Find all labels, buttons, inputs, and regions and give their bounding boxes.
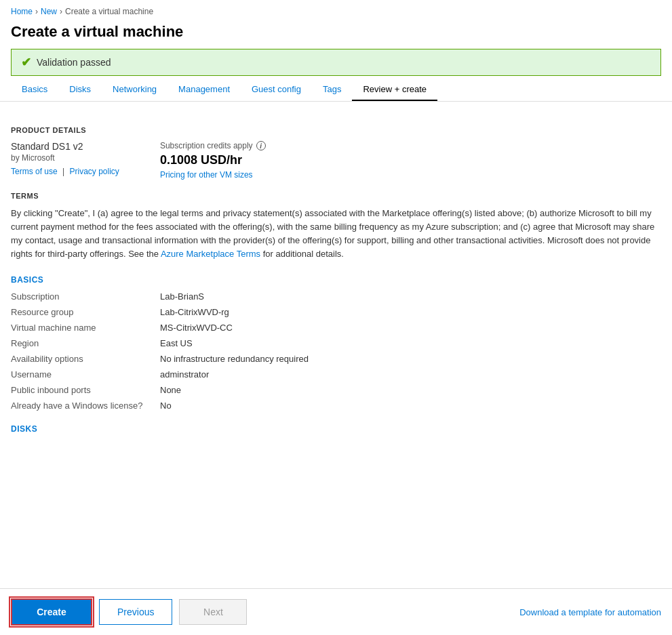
product-links: Terms of use | Privacy policy [11, 167, 119, 176]
vm-name-label: Virtual machine name [11, 323, 160, 333]
subscription-credits-label: Subscription credits apply i [160, 141, 266, 150]
tab-disks[interactable]: Disks [58, 77, 102, 101]
basics-grid: Subscription Lab-BrianS Resource group L… [11, 291, 661, 411]
price-value: 0.1008 USD/hr [160, 153, 266, 167]
terms-text: By clicking "Create", I (a) agree to the… [11, 207, 661, 262]
product-info: Standard DS1 v2 by Microsoft Terms of us… [11, 141, 119, 176]
windows-license-label: Already have a Windows license? [11, 401, 160, 411]
subscription-value: Lab-BrianS [160, 291, 661, 302]
breadcrumb-current: Create a virtual machine [65, 7, 153, 16]
tabs-bar: Basics Disks Networking Management Guest… [0, 77, 672, 102]
info-icon: i [256, 141, 266, 150]
windows-license-value: No [160, 401, 661, 411]
product-row: Standard DS1 v2 by Microsoft Terms of us… [11, 141, 661, 180]
region-label: Region [11, 338, 160, 348]
tab-management[interactable]: Management [167, 77, 241, 101]
download-template-link[interactable]: Download a template for automation [519, 607, 661, 617]
resource-group-value: Lab-CitrixWVD-rg [160, 307, 661, 317]
tab-basics[interactable]: Basics [11, 77, 58, 101]
terms-text-part2: for additional details. [263, 249, 344, 259]
privacy-policy-link[interactable]: Privacy policy [70, 167, 119, 176]
disks-section-header[interactable]: DISKS [11, 424, 661, 434]
tab-review-create[interactable]: Review + create [352, 77, 437, 101]
validation-banner: ✔ Validation passed [11, 49, 661, 76]
product-by: by Microsoft [11, 153, 119, 163]
public-ports-value: None [160, 385, 661, 395]
basics-section-header[interactable]: BASICS [11, 275, 661, 285]
tab-guest-config[interactable]: Guest config [241, 77, 312, 101]
terms-header: TERMS [11, 192, 661, 200]
page-title: Create a virtual machine [0, 20, 672, 49]
previous-button[interactable]: Previous [99, 599, 172, 625]
username-value: adminstrator [160, 369, 661, 380]
availability-label: Availability options [11, 354, 160, 364]
username-label: Username [11, 369, 160, 380]
resource-group-label: Resource group [11, 307, 160, 317]
region-value: East US [160, 338, 661, 348]
breadcrumb: Home › New › Create a virtual machine [0, 0, 672, 20]
tab-networking[interactable]: Networking [102, 77, 167, 101]
vm-name-value: MS-CitrixWVD-CC [160, 323, 661, 333]
availability-value: No infrastructure redundancy required [160, 354, 661, 364]
bottom-action-bar: Create Previous Next Download a template… [0, 588, 672, 635]
product-name: Standard DS1 v2 [11, 141, 119, 152]
terms-of-use-link[interactable]: Terms of use [11, 167, 58, 176]
product-details-header: PRODUCT DETAILS [11, 126, 661, 134]
validation-checkmark-icon: ✔ [21, 55, 31, 70]
validation-message: Validation passed [37, 57, 111, 68]
main-content: PRODUCT DETAILS Standard DS1 v2 by Micro… [0, 102, 672, 495]
create-button[interactable]: Create [11, 598, 92, 626]
public-ports-label: Public inbound ports [11, 385, 160, 395]
pricing-other-sizes-link[interactable]: Pricing for other VM sizes [160, 170, 266, 180]
tab-tags[interactable]: Tags [312, 77, 352, 101]
subscription-label: Subscription [11, 291, 160, 302]
breadcrumb-new[interactable]: New [41, 7, 57, 16]
breadcrumb-home[interactable]: Home [11, 7, 33, 16]
azure-marketplace-terms-link[interactable]: Azure Marketplace Terms [161, 249, 260, 259]
pricing-area: Subscription credits apply i 0.1008 USD/… [160, 141, 266, 180]
next-button: Next [179, 599, 247, 625]
